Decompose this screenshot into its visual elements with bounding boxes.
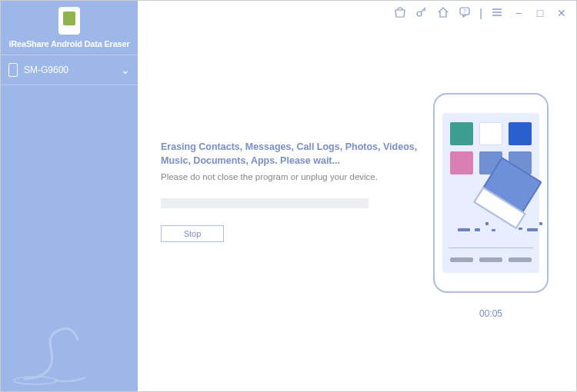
elapsed-timer: 00:05 bbox=[433, 308, 549, 319]
eraser-icon bbox=[462, 167, 538, 227]
home-icon[interactable] bbox=[436, 7, 450, 20]
app-tile bbox=[509, 122, 532, 145]
sidebar: iReaShare Android Data Eraser SM-G9600 ⌄ bbox=[1, 1, 138, 391]
app-logo-icon bbox=[58, 7, 80, 35]
maximize-button[interactable]: □ bbox=[533, 7, 547, 19]
minimize-button[interactable]: − bbox=[512, 7, 525, 19]
app-tile bbox=[509, 257, 532, 262]
window-title-bar: ? | − □ ✕ bbox=[138, 1, 576, 25]
device-selector[interactable]: SM-G9600 ⌄ bbox=[1, 55, 138, 85]
progress-bar bbox=[161, 198, 369, 208]
titlebar-separator: | bbox=[479, 7, 482, 19]
main-panel: ? | − □ ✕ Erasing Contacts, Messages, Ca… bbox=[138, 1, 576, 391]
app-tile bbox=[479, 122, 502, 145]
app-window: iReaShare Android Data Eraser SM-G9600 ⌄ bbox=[0, 0, 577, 392]
app-tile bbox=[450, 122, 473, 145]
phone-illustration bbox=[433, 93, 549, 293]
menu-icon[interactable] bbox=[490, 7, 504, 19]
app-tile bbox=[450, 257, 473, 262]
device-name: SM-G9600 bbox=[24, 65, 68, 75]
phone-icon bbox=[8, 63, 18, 77]
store-icon[interactable] bbox=[393, 7, 407, 20]
svg-text:?: ? bbox=[463, 8, 466, 13]
close-button[interactable]: ✕ bbox=[555, 7, 569, 19]
sidebar-decoration-icon bbox=[8, 310, 116, 387]
logo-block: iReaShare Android Data Eraser bbox=[1, 1, 138, 55]
key-icon[interactable] bbox=[415, 7, 429, 20]
feedback-icon[interactable]: ? bbox=[458, 7, 472, 20]
stop-button[interactable]: Stop bbox=[161, 225, 224, 242]
app-title: iReaShare Android Data Eraser bbox=[1, 38, 138, 55]
status-heading: Erasing Contacts, Messages, Call Logs, P… bbox=[161, 141, 438, 168]
chevron-down-icon: ⌄ bbox=[121, 64, 130, 76]
app-tile bbox=[479, 257, 502, 262]
